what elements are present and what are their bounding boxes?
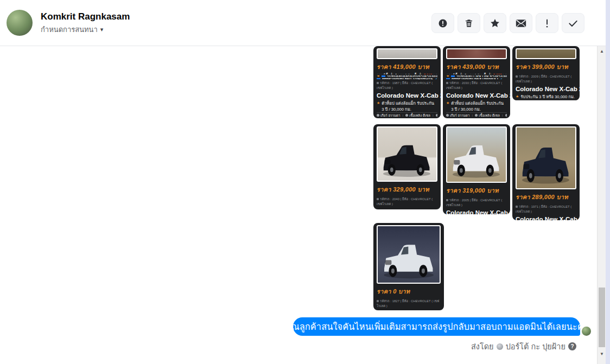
mark-important-button[interactable]	[536, 13, 558, 33]
car-title: Colorado New X-Cab 2.5✓	[446, 209, 507, 214]
star-icon: ★	[446, 100, 449, 106]
window-edge	[606, 0, 610, 364]
chevron-down-icon: ▾	[100, 26, 104, 33]
car-title: Colorado New X-Cab 2.5✓	[377, 208, 437, 209]
car-listing-card[interactable]: ราคา 329,000 บาท ดาวน์ขั้นต่ำ 0 บาท | ผ่…	[373, 124, 441, 209]
car-footer: เกียร์ ธรรมดา | เชื้อเพลิง ดีเซล | ปี 20…	[377, 112, 437, 117]
car-description: ★ตัวท็อป แต่งล้อแม็ก รับประกัน 3 ปี / 30…	[446, 100, 507, 112]
car-meta-line: รหัสรถ : 2009 | ยี่ห้อ : CHEVROLET ( เชฟ…	[516, 74, 576, 84]
link-icon	[377, 78, 380, 79]
fuel-icon	[475, 114, 478, 117]
star-button[interactable]	[484, 13, 506, 33]
car-title: Colorado New X-Cab 2.5✓	[516, 216, 576, 220]
star-icon: ★	[446, 75, 449, 77]
header-action-bar	[431, 13, 584, 33]
car-listing-card[interactable]: ราคา 0 บาท ดาวน์ขั้นต่ำ 0 บาท | ผ่อนขั้น…	[373, 223, 444, 310]
car-listing-card[interactable]: ราคา 399,000 บาท ดาวน์ขั้นต่ำ 0 บาท | ผ่…	[512, 46, 580, 100]
contact-name: Komkrit Ragnkasam	[41, 11, 130, 22]
car-finance-line: ดาวน์ขั้นต่ำ 0 บาท | ผ่อนขั้นต่ำ 8,325 บ…	[446, 73, 507, 74]
vertical-scrollbar[interactable]: ▲ ▼	[597, 46, 606, 364]
tag-icon	[377, 300, 379, 302]
car-listing-grid: ราคา 419,000 บาท ดาวน์ขั้นต่ำ 0 บาท | ผ่…	[373, 46, 585, 317]
scrollbar-thumb[interactable]	[599, 288, 605, 347]
message-text: คุณลูกค้าสนใจคันไหนเพิ่มเติมสามารถส่งรูป…	[293, 320, 580, 334]
car-meta-line: รหัสรถ : 2030 | ยี่ห้อ : CHEVROLET ( เชฟ…	[446, 81, 507, 91]
link-icon	[446, 78, 450, 79]
car-description: ★รับประกัน 3 ปี หรือ 30,000 กม.	[516, 94, 576, 100]
car-listing-card[interactable]: ราคา 439,000 บาท ดาวน์ขั้นต่ำ 0 บาท | ผ่…	[443, 46, 510, 118]
delete-button[interactable]	[458, 13, 480, 33]
conversation-schedule-label: กำหนดการสนทนา	[41, 24, 98, 35]
outgoing-message-bubble: คุณลูกค้าสนใจคันไหนเพิ่มเติมสามารถส่งรูป…	[293, 317, 580, 336]
tag-icon	[446, 82, 448, 84]
car-listing-card[interactable]: ราคา 419,000 บาท ดาวน์ขั้นต่ำ 0 บาท | ผ่…	[373, 46, 441, 118]
help-icon[interactable]: ?	[568, 342, 576, 350]
car-promo-line: ★รับชมคลิป Click Link ข้างล่างเลยครับ	[446, 75, 507, 77]
check-icon: ✔	[500, 78, 503, 79]
car-listing-card[interactable]: ราคา 319,000 บาท ดาวน์ขั้นต่ำ 0 บาท | ผ่…	[443, 124, 510, 214]
tag-icon	[516, 206, 518, 208]
seen-receipt-avatar	[582, 327, 591, 336]
car-photo	[377, 126, 437, 182]
page-emblem-icon	[497, 343, 503, 350]
car-photo	[446, 126, 507, 183]
conversation-header: Komkrit Ragnkasam กำหนดการสนทนา ▾	[0, 0, 606, 46]
move-to-inbox-button[interactable]	[510, 13, 532, 33]
car-title: Colorado New X-Cab 2.5✓	[446, 92, 507, 99]
car-price: ราคา 0 บาท	[377, 286, 441, 296]
sent-by-label: ส่งโดย	[471, 340, 494, 353]
car-price: ราคา 329,000 บาท	[377, 184, 437, 194]
contact-avatar	[7, 10, 33, 36]
car-meta-line: รหัสรถ : 1827 | ยี่ห้อ : CHEVROLET ( เชฟ…	[377, 299, 441, 309]
star-icon: ★	[377, 75, 380, 77]
info-icon	[451, 75, 455, 77]
exclamation-circle-icon	[437, 18, 448, 29]
car-title: Colorado New X-Cab 2.5✓	[516, 86, 576, 92]
car-meta-line: รหัสรถ : 2040 | ยี่ห้อ : CHEVROLET ( เชฟ…	[377, 197, 437, 207]
car-meta-line: รหัสรถ : 1987 | ยี่ห้อ : CHEVROLET ( เชฟ…	[377, 81, 437, 91]
car-photo	[377, 225, 441, 284]
check-icon	[568, 18, 579, 29]
car-price: ราคา 319,000 บาท	[446, 186, 507, 195]
star-icon: ★	[377, 100, 380, 106]
scroll-up-arrow[interactable]: ▲	[598, 47, 606, 55]
calendar-icon	[436, 114, 437, 117]
report-button[interactable]	[431, 13, 454, 33]
car-footer: เกียร์ ธรรมดา | เชื้อเพลิง ดีเซล | ปี 20…	[446, 112, 507, 117]
calendar-icon	[505, 114, 507, 117]
tag-icon	[377, 82, 379, 84]
car-video-link: https://youtu.be/1JZ0R4qGj1E✔	[377, 78, 437, 79]
car-description: ★ตัวท็อป แต่งล้อแม็ก รับประกัน 3 ปี / 30…	[377, 100, 437, 112]
info-icon	[382, 75, 385, 77]
car-promo-line: ★รับชมคลิปคลิกลิงก์นี้ข้างล่างเลยครับ	[377, 75, 437, 77]
fuel-icon	[405, 114, 408, 117]
car-price: ราคา 439,000 บาท	[446, 62, 507, 72]
car-photo	[377, 48, 437, 59]
car-listing-card[interactable]: ราคา 289,000 บาท ดาวน์ขั้นต่ำ 0 บาท | ผ่…	[512, 124, 580, 220]
gear-icon	[446, 114, 449, 117]
star-icon	[490, 18, 500, 29]
gear-icon	[377, 114, 379, 117]
car-footer: เกียร์ ธรรมดา | เชื้อเพลิง ดีเซล | ปี 20…	[516, 100, 576, 100]
car-price: ราคา 289,000 บาท	[516, 192, 576, 202]
car-finance-line: ดาวน์ขั้นต่ำ 0 บาท | ผ่อนขั้นต่ำ 7,940 บ…	[377, 73, 437, 74]
tag-icon	[377, 198, 379, 200]
check-icon: ✔	[435, 78, 437, 79]
tag-icon	[446, 199, 448, 201]
mark-done-button[interactable]	[562, 13, 584, 33]
star-icon: ★	[516, 94, 519, 99]
car-price: ราคา 419,000 บาท	[377, 62, 437, 72]
trash-icon	[464, 18, 474, 28]
sent-by-name: ปอร์โต้ กะ ปุยฝ้าย	[506, 340, 565, 353]
envelope-icon	[516, 19, 526, 28]
car-meta-line: รหัสรถ : 2005 | ยี่ห้อ : CHEVROLET ( เชฟ…	[446, 198, 507, 208]
car-title: Colorado New X-Cab 2.5✓	[377, 92, 437, 99]
car-photo	[446, 48, 507, 59]
car-price: ราคา 399,000 บาท	[516, 62, 576, 72]
conversation-schedule-dropdown[interactable]: กำหนดการสนทนา ▾	[41, 24, 103, 35]
car-meta-line: รหัสรถ : 1971 | ยี่ห้อ : CHEVROLET ( เชฟ…	[516, 205, 576, 214]
sent-by-line: ส่งโดย ปอร์โต้ กะ ปุยฝ้าย ?	[471, 340, 576, 353]
exclamation-icon	[545, 18, 549, 29]
scroll-down-arrow[interactable]: ▼	[598, 350, 606, 357]
car-photo	[516, 126, 576, 189]
